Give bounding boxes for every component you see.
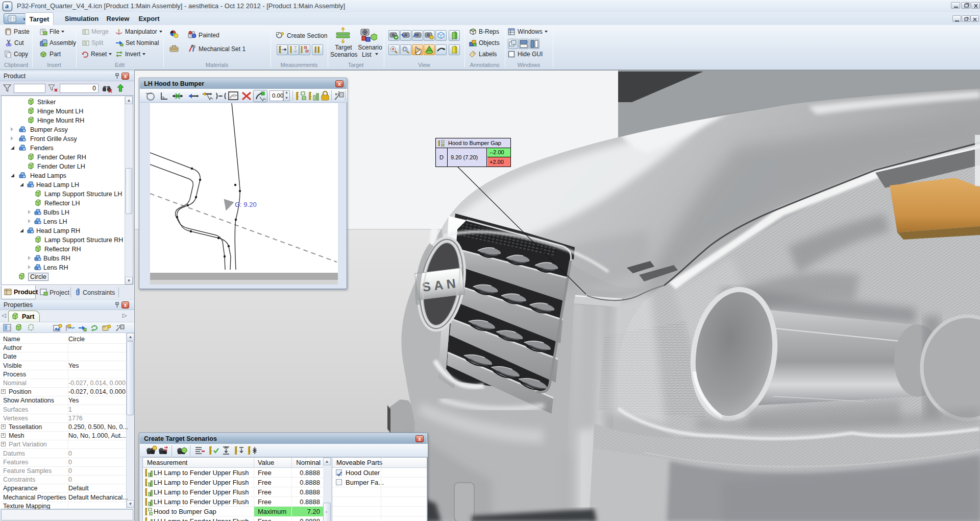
svg-text:G: 9.20: G: 9.20 <box>235 201 257 208</box>
